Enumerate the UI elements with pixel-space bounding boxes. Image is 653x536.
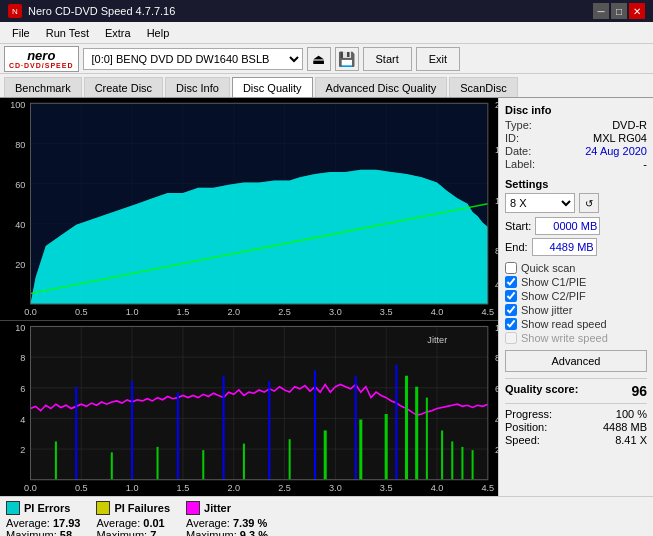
menu-run-test[interactable]: Run Test [38, 25, 97, 41]
type-label: Type: [505, 119, 532, 131]
svg-text:60: 60 [15, 180, 25, 190]
tab-benchmark[interactable]: Benchmark [4, 77, 82, 97]
app-icon: N [8, 4, 22, 18]
disc-label-label: Label: [505, 158, 535, 170]
refresh-button[interactable]: ↺ [579, 193, 599, 213]
show-read-speed-checkbox[interactable] [505, 318, 517, 330]
start-button[interactable]: Start [363, 47, 412, 71]
pi-errors-name: PI Errors [24, 502, 70, 514]
top-chart: 100 80 60 40 20 20 16 12 8 4 0.0 0.5 1.0… [0, 98, 498, 321]
svg-text:2.5: 2.5 [278, 306, 291, 316]
svg-text:20: 20 [15, 260, 25, 270]
pi-failures-color [96, 501, 110, 515]
show-read-speed-row: Show read speed [505, 318, 647, 330]
menu-file[interactable]: File [4, 25, 38, 41]
tab-disc-quality[interactable]: Disc Quality [232, 77, 313, 97]
position-value: 4488 MB [603, 421, 647, 433]
svg-text:1.5: 1.5 [177, 306, 190, 316]
bottom-chart: 10 8 6 4 2 10 8 6 4 2 0.0 0.5 1.0 1.5 2.… [0, 321, 498, 496]
pi-failures-legend: PI Failures Average: 0.01 Maximum: 7 Tot… [96, 501, 170, 536]
start-label: Start: [505, 220, 531, 232]
svg-text:3.5: 3.5 [380, 481, 393, 492]
toolbar: nero CD·DVD/SPEED [0:0] BENQ DVD DD DW16… [0, 44, 653, 74]
pi-errors-avg: Average: 17.93 [6, 517, 80, 529]
titlebar: N Nero CD-DVD Speed 4.7.7.16 ─ □ ✕ [0, 0, 653, 22]
settings-section: Settings 8 X Maximum 2 X 4 X 12 X 16 X ↺… [505, 178, 647, 372]
jitter-legend: Jitter Average: 7.39 % Maximum: 9.3 % PO… [186, 501, 273, 536]
svg-text:2.0: 2.0 [227, 481, 240, 492]
speed-label: Speed: [505, 434, 540, 446]
show-read-speed-label: Show read speed [521, 318, 607, 330]
svg-text:Jitter: Jitter [427, 333, 447, 344]
svg-text:12: 12 [495, 196, 498, 206]
disc-label-value: - [643, 158, 647, 170]
show-write-speed-row: Show write speed [505, 332, 647, 344]
svg-text:4.0: 4.0 [431, 481, 444, 492]
svg-text:6: 6 [20, 383, 25, 394]
pi-failures-max: Maximum: 7 [96, 529, 170, 536]
advanced-button[interactable]: Advanced [505, 350, 647, 372]
close-button[interactable]: ✕ [629, 3, 645, 19]
tab-advanced-disc-quality[interactable]: Advanced Disc Quality [315, 77, 448, 97]
menu-help[interactable]: Help [139, 25, 178, 41]
show-jitter-checkbox[interactable] [505, 304, 517, 316]
bottom-chart-svg: 10 8 6 4 2 10 8 6 4 2 0.0 0.5 1.0 1.5 2.… [0, 321, 498, 496]
speed-select[interactable]: 8 X Maximum 2 X 4 X 12 X 16 X [505, 193, 575, 213]
show-c1-checkbox[interactable] [505, 276, 517, 288]
svg-text:16: 16 [495, 145, 498, 155]
show-jitter-label: Show jitter [521, 304, 572, 316]
svg-text:0.0: 0.0 [24, 306, 37, 316]
tab-scandisc[interactable]: ScanDisc [449, 77, 517, 97]
menu-extra[interactable]: Extra [97, 25, 139, 41]
save-button[interactable]: 💾 [335, 47, 359, 71]
jitter-avg: Average: 7.39 % [186, 517, 273, 529]
minimize-button[interactable]: ─ [593, 3, 609, 19]
eject-button[interactable]: ⏏ [307, 47, 331, 71]
show-write-speed-label: Show write speed [521, 332, 608, 344]
device-select[interactable]: [0:0] BENQ DVD DD DW1640 BSLB [83, 48, 303, 70]
id-value: MXL RG04 [593, 132, 647, 144]
end-input[interactable] [532, 238, 597, 256]
progress-value: 100 % [616, 408, 647, 420]
maximize-button[interactable]: □ [611, 3, 627, 19]
svg-text:4.5: 4.5 [481, 481, 494, 492]
quick-scan-row: Quick scan [505, 262, 647, 274]
show-c2-checkbox[interactable] [505, 290, 517, 302]
svg-text:4.5: 4.5 [481, 306, 494, 316]
quick-scan-label: Quick scan [521, 262, 575, 274]
app-title: Nero CD-DVD Speed 4.7.7.16 [28, 5, 175, 17]
svg-text:8: 8 [495, 246, 498, 256]
position-label: Position: [505, 421, 547, 433]
quality-score-label: Quality score: [505, 383, 578, 399]
start-input[interactable] [535, 217, 600, 235]
pi-errors-legend: PI Errors Average: 17.93 Maximum: 58 Tot… [6, 501, 80, 536]
show-c1-row: Show C1/PIE [505, 276, 647, 288]
pi-errors-max: Maximum: 58 [6, 529, 80, 536]
date-label: Date: [505, 145, 531, 157]
tab-create-disc[interactable]: Create Disc [84, 77, 163, 97]
tabs: Benchmark Create Disc Disc Info Disc Qua… [0, 74, 653, 98]
svg-text:3.0: 3.0 [329, 306, 342, 316]
svg-text:1.5: 1.5 [177, 481, 190, 492]
svg-text:1.0: 1.0 [126, 481, 139, 492]
jitter-color [186, 501, 200, 515]
svg-text:4.0: 4.0 [431, 306, 444, 316]
svg-text:2: 2 [495, 444, 498, 455]
speed-value: 8.41 X [615, 434, 647, 446]
menubar: File Run Test Extra Help [0, 22, 653, 44]
svg-text:0.0: 0.0 [24, 481, 37, 492]
quality-score-value: 96 [631, 383, 647, 399]
quick-scan-checkbox[interactable] [505, 262, 517, 274]
svg-text:10: 10 [15, 321, 25, 332]
svg-text:0.5: 0.5 [75, 481, 88, 492]
nero-logo: nero CD·DVD/SPEED [4, 46, 79, 72]
show-jitter-row: Show jitter [505, 304, 647, 316]
exit-button[interactable]: Exit [416, 47, 460, 71]
svg-text:4: 4 [20, 413, 25, 424]
svg-text:2.0: 2.0 [227, 306, 240, 316]
svg-text:10: 10 [495, 321, 498, 332]
settings-title: Settings [505, 178, 647, 190]
show-c2-row: Show C2/PIF [505, 290, 647, 302]
tab-disc-info[interactable]: Disc Info [165, 77, 230, 97]
id-label: ID: [505, 132, 519, 144]
